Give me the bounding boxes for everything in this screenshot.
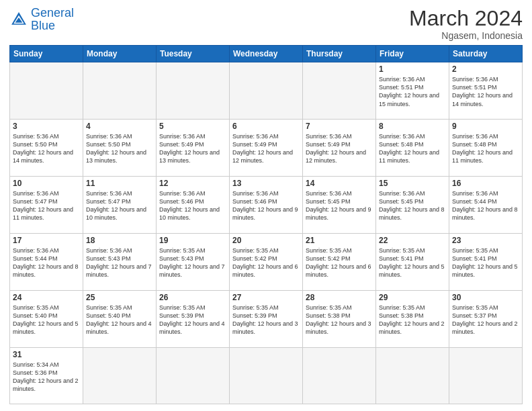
day-info: Sunrise: 5:35 AM Sunset: 5:43 PM Dayligh… <box>159 246 226 279</box>
table-row: 28Sunrise: 5:35 AM Sunset: 5:38 PM Dayli… <box>303 290 376 347</box>
table-row: 10Sunrise: 5:36 AM Sunset: 5:47 PM Dayli… <box>10 176 83 233</box>
table-row: 31Sunrise: 5:34 AM Sunset: 5:36 PM Dayli… <box>10 347 83 404</box>
table-row: 20Sunrise: 5:35 AM Sunset: 5:42 PM Dayli… <box>230 233 303 290</box>
day-number: 16 <box>452 179 519 188</box>
table-row: 5Sunrise: 5:36 AM Sunset: 5:49 PM Daylig… <box>157 120 230 177</box>
col-tuesday: Tuesday <box>157 46 230 62</box>
day-info: Sunrise: 5:36 AM Sunset: 5:48 PM Dayligh… <box>379 132 446 165</box>
day-info: Sunrise: 5:36 AM Sunset: 5:48 PM Dayligh… <box>452 132 519 165</box>
day-info: Sunrise: 5:35 AM Sunset: 5:42 PM Dayligh… <box>232 246 300 279</box>
day-info: Sunrise: 5:35 AM Sunset: 5:39 PM Dayligh… <box>159 304 226 336</box>
day-number: 22 <box>379 236 446 245</box>
day-info: Sunrise: 5:35 AM Sunset: 5:37 PM Dayligh… <box>452 304 519 336</box>
table-row: 24Sunrise: 5:35 AM Sunset: 5:40 PM Dayli… <box>10 290 83 347</box>
day-info: Sunrise: 5:36 AM Sunset: 5:47 PM Dayligh… <box>13 189 80 222</box>
logo-text: GeneralBlue <box>31 7 74 32</box>
table-row: 2Sunrise: 5:36 AM Sunset: 5:51 PM Daylig… <box>449 62 523 120</box>
day-info: Sunrise: 5:36 AM Sunset: 5:49 PM Dayligh… <box>232 132 300 165</box>
col-thursday: Thursday <box>303 46 376 62</box>
table-row: 13Sunrise: 5:36 AM Sunset: 5:46 PM Dayli… <box>230 176 303 233</box>
day-number: 17 <box>13 236 80 245</box>
table-row: 26Sunrise: 5:35 AM Sunset: 5:39 PM Dayli… <box>157 290 230 347</box>
table-row: 4Sunrise: 5:36 AM Sunset: 5:50 PM Daylig… <box>83 120 157 177</box>
day-number: 31 <box>13 350 80 359</box>
table-row: 30Sunrise: 5:35 AM Sunset: 5:37 PM Dayli… <box>449 290 523 347</box>
table-row <box>449 347 523 404</box>
table-row <box>83 347 157 404</box>
col-saturday: Saturday <box>449 46 523 62</box>
table-row: 1Sunrise: 5:36 AM Sunset: 5:51 PM Daylig… <box>376 62 449 120</box>
col-monday: Monday <box>83 46 157 62</box>
day-number: 8 <box>379 122 446 131</box>
table-row: 9Sunrise: 5:36 AM Sunset: 5:48 PM Daylig… <box>449 120 523 177</box>
day-number: 26 <box>159 293 226 302</box>
table-row: 22Sunrise: 5:35 AM Sunset: 5:41 PM Dayli… <box>376 233 449 290</box>
main-title: March 2024 <box>409 7 523 30</box>
day-info: Sunrise: 5:35 AM Sunset: 5:38 PM Dayligh… <box>306 304 373 336</box>
day-number: 4 <box>86 122 153 131</box>
day-number: 21 <box>306 236 373 245</box>
day-number: 30 <box>452 293 519 302</box>
day-number: 7 <box>306 122 373 131</box>
day-number: 29 <box>379 293 446 302</box>
day-number: 23 <box>452 236 519 245</box>
table-row: 7Sunrise: 5:36 AM Sunset: 5:49 PM Daylig… <box>303 120 376 177</box>
day-number: 10 <box>13 179 80 188</box>
day-info: Sunrise: 5:35 AM Sunset: 5:41 PM Dayligh… <box>379 246 446 279</box>
day-number: 24 <box>13 293 80 302</box>
table-row: 15Sunrise: 5:36 AM Sunset: 5:45 PM Dayli… <box>376 176 449 233</box>
table-row: 11Sunrise: 5:36 AM Sunset: 5:47 PM Dayli… <box>83 176 157 233</box>
day-number: 20 <box>232 236 300 245</box>
day-info: Sunrise: 5:36 AM Sunset: 5:49 PM Dayligh… <box>306 132 373 165</box>
table-row <box>303 347 376 404</box>
day-info: Sunrise: 5:36 AM Sunset: 5:51 PM Dayligh… <box>452 75 519 108</box>
day-number: 12 <box>159 179 226 188</box>
day-info: Sunrise: 5:36 AM Sunset: 5:50 PM Dayligh… <box>86 132 153 165</box>
table-row: 16Sunrise: 5:36 AM Sunset: 5:44 PM Dayli… <box>449 176 523 233</box>
subtitle: Ngasem, Indonesia <box>409 30 523 41</box>
table-row <box>157 62 230 120</box>
table-row: 21Sunrise: 5:35 AM Sunset: 5:42 PM Dayli… <box>303 233 376 290</box>
day-number: 19 <box>159 236 226 245</box>
table-row <box>376 347 449 404</box>
day-number: 28 <box>306 293 373 302</box>
day-info: Sunrise: 5:35 AM Sunset: 5:41 PM Dayligh… <box>452 246 519 279</box>
header-row: Sunday Monday Tuesday Wednesday Thursday… <box>10 46 523 62</box>
table-row: 27Sunrise: 5:35 AM Sunset: 5:39 PM Dayli… <box>230 290 303 347</box>
day-number: 27 <box>232 293 300 302</box>
col-friday: Friday <box>376 46 449 62</box>
table-row <box>83 62 157 120</box>
day-info: Sunrise: 5:35 AM Sunset: 5:38 PM Dayligh… <box>379 304 446 336</box>
day-info: Sunrise: 5:36 AM Sunset: 5:50 PM Dayligh… <box>13 132 80 165</box>
day-number: 11 <box>86 179 153 188</box>
day-info: Sunrise: 5:36 AM Sunset: 5:49 PM Dayligh… <box>159 132 226 165</box>
logo-icon <box>9 10 28 29</box>
day-info: Sunrise: 5:35 AM Sunset: 5:42 PM Dayligh… <box>306 246 373 279</box>
day-info: Sunrise: 5:36 AM Sunset: 5:46 PM Dayligh… <box>159 189 226 222</box>
day-number: 9 <box>452 122 519 131</box>
day-number: 25 <box>86 293 153 302</box>
day-info: Sunrise: 5:34 AM Sunset: 5:36 PM Dayligh… <box>13 361 80 394</box>
day-number: 1 <box>379 64 446 74</box>
header: GeneralBlue March 2024 Ngasem, Indonesia <box>9 7 523 41</box>
day-info: Sunrise: 5:36 AM Sunset: 5:45 PM Dayligh… <box>379 189 446 222</box>
table-row <box>10 62 83 120</box>
table-row: 8Sunrise: 5:36 AM Sunset: 5:48 PM Daylig… <box>376 120 449 177</box>
table-row: 19Sunrise: 5:35 AM Sunset: 5:43 PM Dayli… <box>157 233 230 290</box>
day-info: Sunrise: 5:36 AM Sunset: 5:44 PM Dayligh… <box>452 189 519 222</box>
day-info: Sunrise: 5:36 AM Sunset: 5:47 PM Dayligh… <box>86 189 153 222</box>
day-info: Sunrise: 5:36 AM Sunset: 5:45 PM Dayligh… <box>306 189 373 222</box>
page: GeneralBlue March 2024 Ngasem, Indonesia… <box>0 0 532 411</box>
table-row: 17Sunrise: 5:36 AM Sunset: 5:44 PM Dayli… <box>10 233 83 290</box>
table-row <box>230 62 303 120</box>
day-number: 5 <box>159 122 226 131</box>
day-number: 6 <box>232 122 300 131</box>
col-wednesday: Wednesday <box>230 46 303 62</box>
day-info: Sunrise: 5:36 AM Sunset: 5:44 PM Dayligh… <box>13 246 80 279</box>
table-row: 12Sunrise: 5:36 AM Sunset: 5:46 PM Dayli… <box>157 176 230 233</box>
table-row: 23Sunrise: 5:35 AM Sunset: 5:41 PM Dayli… <box>449 233 523 290</box>
table-row <box>303 62 376 120</box>
table-row: 25Sunrise: 5:35 AM Sunset: 5:40 PM Dayli… <box>83 290 157 347</box>
day-number: 2 <box>452 64 519 74</box>
title-block: March 2024 Ngasem, Indonesia <box>409 7 523 41</box>
